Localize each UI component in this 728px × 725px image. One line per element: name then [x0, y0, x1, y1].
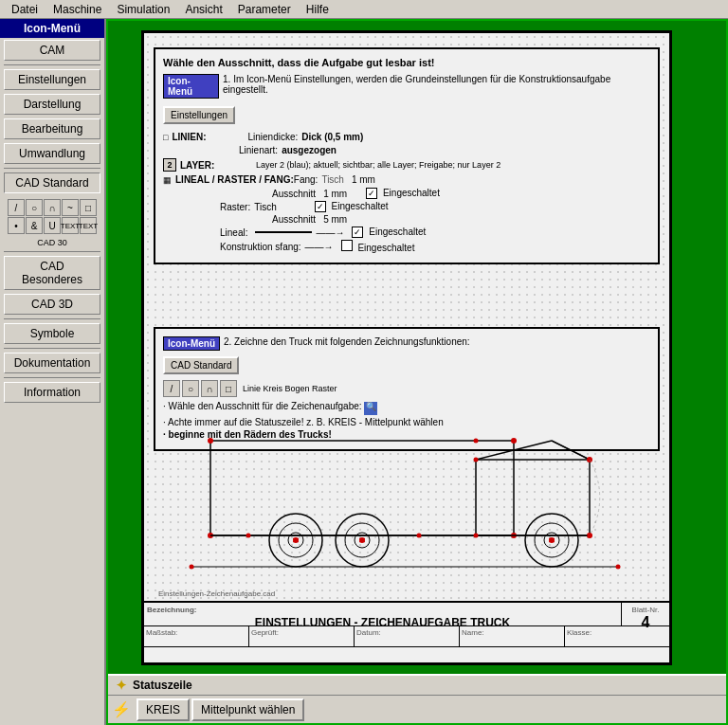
raster-label: Raster:	[220, 202, 250, 212]
title-main-row: Bezeichnung: EINSTELLUNGEN - ZEICHENAUFG…	[144, 603, 669, 626]
bottom-arrow-icon: ⚡	[112, 700, 131, 718]
arc-icon[interactable]: ∩	[44, 199, 61, 216]
svg-point-35	[474, 439, 479, 444]
title-name: Name:	[460, 626, 565, 646]
fang-label: Fang:	[294, 174, 318, 185]
ausschnitt-label2: Ausschnitt	[272, 214, 316, 225]
title-masstab: Maßstab:	[144, 626, 249, 646]
liniendicke-label: Liniendicke:	[247, 132, 298, 142]
svg-point-40	[190, 565, 194, 570]
svg-point-17	[511, 438, 517, 444]
and-icon[interactable]: &	[26, 217, 43, 234]
title-block: Bezeichnung: EINSTELLUNGEN - ZEICHENAUFG…	[144, 601, 669, 662]
layer-num-badge: 2	[163, 158, 176, 172]
title-blatt: Blatt-Nr. 4	[622, 603, 669, 625]
sidebar-header: Icon-Menü	[0, 19, 104, 38]
title-klasse: Klasse:	[565, 626, 669, 646]
sidebar-item-dokumentation[interactable]: Dokumentation	[4, 353, 100, 373]
text2-icon[interactable]: TEXT	[80, 217, 97, 234]
menubar: Datei Maschine Simulation Ansicht Parame…	[0, 0, 728, 19]
menu-ansicht[interactable]: Ansicht	[177, 1, 229, 18]
eingeschaltet1-label: Eingeschaltet	[383, 188, 440, 198]
eingeschaltet3-checkbox[interactable]	[352, 227, 363, 238]
sidebar-divider-6	[4, 377, 100, 378]
menu-datei[interactable]: Datei	[4, 1, 46, 18]
sidebar-divider-4	[4, 318, 100, 319]
tool-line-icon[interactable]: /	[163, 380, 180, 397]
linien-label: LINIEN:	[172, 132, 247, 142]
eingeschaltet1-checkbox[interactable]	[366, 188, 377, 199]
lineal-label: LINEAL / RASTER / FANG:	[175, 174, 294, 185]
sidebar-item-cad-3d[interactable]: CAD 3D	[4, 294, 100, 315]
cad-standard-button[interactable]: CAD Standard	[163, 356, 239, 374]
menu-simulation[interactable]: Simulation	[109, 1, 177, 18]
sidebar-divider-1	[4, 64, 100, 65]
eingeschaltet2-checkbox[interactable]	[315, 201, 326, 212]
sidebar-item-bearbeitung[interactable]: Bearbeitung	[4, 118, 100, 139]
sidebar-item-information[interactable]: Information	[4, 382, 100, 403]
tool-rect-icon[interactable]: □	[220, 380, 237, 397]
linienart-row: Linienart: ausgezogen	[163, 145, 650, 155]
sidebar-item-cad-besonderes[interactable]: CAD Besonderes	[4, 256, 100, 290]
linien-row: □ LINIEN: Liniendicke: Dick (0,5 mm)	[163, 132, 650, 142]
mittelpunkt-button[interactable]: Mittelpunkt wählen	[191, 698, 304, 721]
linienart-label: Linienart:	[239, 145, 278, 155]
sidebar-divider-2	[4, 168, 100, 169]
sidebar-item-umwandlung[interactable]: Umwandlung	[4, 143, 100, 164]
tool-labels: Linie Kreis Bogen Raster	[243, 384, 337, 393]
step1-text: 1. Im Icon-Menü Einstellungen, werden di…	[223, 74, 650, 95]
svg-point-34	[417, 534, 422, 538]
truck-drawing	[154, 412, 661, 602]
svg-point-37	[474, 458, 479, 462]
statusbar-label: Statuszeile	[133, 679, 192, 692]
rect-icon[interactable]: □	[80, 199, 97, 216]
sidebar-item-einstellungen[interactable]: Einstellungen	[4, 69, 100, 90]
svg-point-38	[588, 534, 592, 538]
u-icon[interactable]: U	[44, 217, 61, 234]
icon-menu-badge-2: Icon-Menü	[163, 336, 220, 351]
sidebar-item-cad-standard[interactable]: CAD Standard	[4, 172, 100, 193]
bezeichnung-label: Bezeichnung:	[147, 606, 618, 614]
menu-maschine[interactable]: Maschine	[46, 1, 109, 18]
eingeschaltet4-checkbox[interactable]	[341, 240, 353, 251]
menu-parameter[interactable]: Parameter	[230, 1, 299, 18]
title-text-1: Wähle den Ausschnitt, dass die Aufgabe g…	[163, 57, 434, 68]
svg-point-16	[208, 438, 213, 444]
statusbar: ✦ Statuszeile	[108, 674, 726, 695]
val-5mm: 5 mm	[323, 214, 347, 225]
circle-icon[interactable]: ○	[26, 199, 43, 216]
svg-point-33	[246, 534, 251, 538]
einstellungen-button[interactable]: Einstellungen	[163, 106, 235, 124]
status-icon: ✦	[116, 678, 127, 693]
sidebar-item-darstellung[interactable]: Darstellung	[4, 94, 100, 115]
svg-point-36	[474, 534, 479, 538]
sidebar-item-symbole[interactable]: Symbole	[4, 323, 100, 344]
tisch-label2: Tisch	[254, 202, 277, 212]
bottom-toolbar: ⚡ KREIS Mittelpunkt wählen	[108, 695, 726, 723]
spline-icon[interactable]: ~	[62, 199, 79, 216]
cad-paper: Wähle den Ausschnitt, dass die Aufgabe g…	[141, 30, 672, 665]
tool-arc-icon[interactable]: ∩	[201, 380, 218, 397]
eingeschaltet2-cb: Eingeschaltet	[315, 201, 389, 212]
sidebar: Icon-Menü CAM Einstellungen Darstellung …	[0, 19, 106, 725]
dot-icon[interactable]: •	[8, 217, 25, 234]
layer-label: LAYER:	[180, 160, 256, 171]
menu-hilfe[interactable]: Hilfe	[299, 1, 337, 18]
blatt-label: Blatt-Nr.	[625, 606, 666, 614]
tisch-label1: Tisch	[321, 174, 344, 185]
line-icon[interactable]: /	[8, 199, 25, 216]
icon-menu-badge-1: Icon-Menü	[163, 74, 219, 99]
title-name-row: Maßstab: Geprüft: Datum: Name: Klasse:	[144, 626, 669, 647]
lineal-row: ▦ LINEAL / RASTER / FANG: Fang: Tisch 1 …	[163, 174, 650, 185]
tool-circle-icon[interactable]: ○	[182, 380, 199, 397]
kreis-button[interactable]: KREIS	[136, 698, 190, 721]
eingeschaltet1-cb: Eingeschaltet	[366, 188, 440, 199]
instr-title-1: Wähle den Ausschnitt, dass die Aufgabe g…	[163, 57, 650, 68]
title-gepruft: Geprüft:	[249, 626, 355, 646]
svg-line-6	[552, 441, 590, 460]
sidebar-item-cam[interactable]: CAM	[4, 40, 100, 61]
drawing-area[interactable]: Wähle den Ausschnitt, dass die Aufgabe g…	[108, 21, 726, 674]
title-datum: Datum:	[355, 626, 460, 646]
text-icon[interactable]: TEXT	[62, 217, 79, 234]
cad-label: CAD 30	[4, 238, 100, 247]
